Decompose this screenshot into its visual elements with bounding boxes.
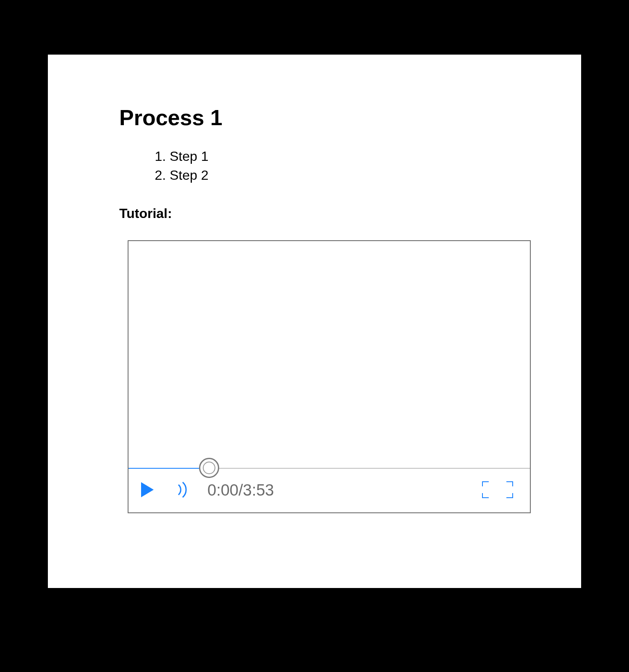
document-page: Process 1 Step 1 Step 2 Tutorial:: [48, 55, 581, 588]
steps-list: Step 1 Step 2: [170, 147, 510, 185]
video-controls: 0:00/3:53: [128, 469, 530, 512]
fullscreen-button[interactable]: [482, 481, 513, 500]
page-heading: Process 1: [119, 105, 510, 130]
video-viewport[interactable]: [128, 241, 530, 468]
video-progress-thumb[interactable]: [199, 458, 219, 478]
step-item: Step 2: [170, 166, 510, 185]
video-player: 0:00/3:53: [128, 240, 531, 513]
volume-icon: [177, 481, 189, 500]
volume-button[interactable]: [177, 481, 189, 500]
play-button[interactable]: [141, 482, 154, 499]
video-progress-fill: [128, 468, 208, 469]
video-time-display: 0:00/3:53: [207, 481, 274, 499]
svg-marker-0: [141, 482, 154, 497]
play-icon: [141, 482, 154, 499]
step-item: Step 1: [170, 147, 510, 166]
fullscreen-icon: [482, 481, 513, 500]
video-progress-bar[interactable]: [128, 468, 530, 469]
tutorial-label: Tutorial:: [119, 206, 510, 221]
